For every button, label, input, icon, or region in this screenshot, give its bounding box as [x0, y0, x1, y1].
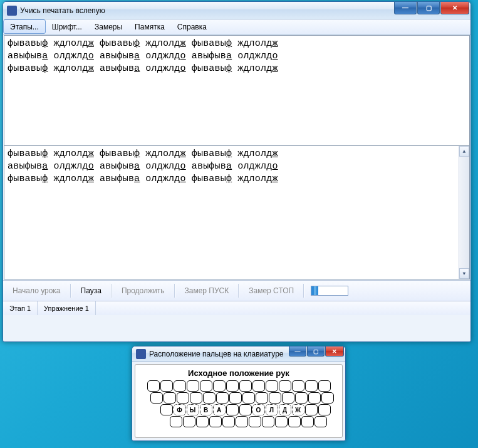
scroll-down-button[interactable]: ▼ [459, 268, 469, 279]
window-title: Учись печатать вслепую [20, 6, 105, 15]
reference-text-pane: фывавыф ждлолдж фывавыф ждлолдж фывавыф … [4, 36, 469, 146]
statusbar: Этап 1 Упражнение 1 [3, 301, 470, 315]
menu-stages[interactable]: Этапы... [3, 19, 46, 34]
menu-memo[interactable]: Памятка [128, 19, 171, 34]
status-exercise: Упражнение 1 [38, 301, 96, 315]
keyboard-key [187, 380, 199, 392]
keyboard-key [295, 392, 308, 404]
separator [238, 284, 239, 298]
keyboard-key [269, 392, 281, 404]
menu-font[interactable]: Шрифт... [46, 19, 88, 34]
scrollbar[interactable]: ▲ ▼ [459, 146, 469, 279]
keyboard-key [160, 404, 173, 415]
input-text-pane[interactable]: фывавыф ждлолдж фывавыф ждлолдж фывавыф … [4, 146, 469, 279]
keyboard-key [177, 392, 189, 404]
keyboard-key: Л [266, 404, 278, 415]
keyboard-key [256, 392, 268, 404]
keyboard-key [236, 416, 248, 427]
keyboard-key [279, 380, 291, 392]
keyboard-key [147, 380, 160, 392]
minimize-button[interactable]: — [289, 346, 306, 357]
measure-start-button[interactable]: Замер ПУСК [178, 283, 236, 298]
maximize-button[interactable]: ▢ [307, 346, 325, 357]
keyboard-key: О [252, 404, 265, 415]
keyboard-key [305, 404, 318, 415]
keyboard-key [239, 404, 252, 415]
keyboard-key [222, 416, 235, 427]
keyboard-key [170, 416, 182, 427]
keyboard-key [318, 404, 331, 415]
continue-button[interactable]: Продолжить [115, 283, 172, 298]
main-window: Учись печатать вслепую — ▢ ✕ Этапы... Шр… [3, 1, 471, 342]
keyboard-key [266, 380, 278, 392]
keyboard-key [249, 416, 261, 427]
reference-text: фывавыф ждлолдж фывавыф ждлолдж фывавыф … [8, 38, 466, 75]
start-lesson-button[interactable]: Начало урока [6, 283, 68, 298]
app-icon [7, 6, 17, 16]
keyboard-key [288, 416, 301, 427]
keyboard-key: В [200, 404, 212, 415]
keyboard-key [196, 416, 209, 427]
keyboard-key [150, 392, 163, 404]
keyboard-window: Расположение пальцев на клавиатуре — ▢ ✕… [132, 346, 346, 441]
keyboard-key [190, 392, 202, 404]
keyboard-key [209, 416, 222, 427]
keyboard-key [160, 380, 173, 392]
menu-measures[interactable]: Замеры [88, 19, 128, 34]
keyboard-key [242, 392, 255, 404]
keyboard-key: Ж [292, 404, 304, 415]
keyboard-key: Ы [187, 404, 199, 415]
keyboard-key [216, 392, 229, 404]
scroll-up-button[interactable]: ▲ [459, 146, 469, 157]
separator [303, 284, 304, 298]
keyboard-key [321, 392, 334, 404]
keyboard-key [200, 380, 212, 392]
progress-fill [311, 286, 318, 295]
menubar: Этапы... Шрифт... Замеры Памятка Справка [3, 19, 470, 34]
progress-bar [311, 286, 348, 296]
keyboard-key [229, 392, 242, 404]
keyboard-key [292, 380, 304, 392]
keyboard-key [203, 392, 216, 404]
keyboard-key [318, 380, 331, 392]
keyboard-key: Ф [174, 404, 186, 415]
pause-button[interactable]: Пауза [74, 283, 108, 298]
keyboard-rows: ФЫВАОЛДЖ [142, 380, 336, 427]
keyboard-key [174, 380, 186, 392]
keyboard-key [305, 380, 318, 392]
input-text: фывавыф ждлолдж фывавыф ждлолдж фывавыф … [8, 148, 466, 185]
keyboard-key [213, 380, 226, 392]
app-icon [136, 349, 146, 359]
keyboard-key [164, 392, 176, 404]
window-title-small: Расположение пальцев на клавиатуре [149, 350, 283, 358]
separator [111, 284, 112, 298]
keyboard-key [252, 380, 265, 392]
keyboard-body: Исходное положение рук ФЫВАОЛДЖ [135, 364, 343, 438]
titlebar-small[interactable]: Расположение пальцев на клавиатуре — ▢ ✕ [132, 346, 345, 362]
keyboard-key [314, 416, 327, 427]
keyboard-key [301, 416, 314, 427]
workarea: фывавыф ждлолдж фывавыф ждлолдж фывавыф … [4, 35, 470, 279]
keyboard-key [183, 416, 195, 427]
status-stage: Этап 1 [3, 301, 38, 315]
keyboard-key [308, 392, 321, 404]
keyboard-key: А [213, 404, 226, 415]
measure-stop-button[interactable]: Замер СТОП [242, 283, 301, 298]
keyboard-key [262, 416, 274, 427]
maximize-button[interactable]: ▢ [417, 2, 440, 14]
keyboard-key [239, 380, 252, 392]
close-button[interactable]: ✕ [325, 346, 344, 357]
keyboard-key [275, 416, 288, 427]
minimize-button[interactable]: — [394, 2, 417, 14]
separator [174, 284, 175, 298]
menu-help[interactable]: Справка [171, 19, 213, 34]
keyboard-heading: Исходное положение рук [142, 368, 336, 378]
keyboard-key [282, 392, 294, 404]
keyboard-key [226, 404, 239, 415]
separator [70, 284, 71, 298]
toolbar: Начало урока Пауза Продолжить Замер ПУСК… [3, 280, 470, 301]
close-button[interactable]: ✕ [440, 2, 469, 14]
titlebar[interactable]: Учись печатать вслепую — ▢ ✕ [3, 2, 470, 19]
keyboard-key [226, 380, 239, 392]
keyboard-key: Д [279, 404, 291, 415]
